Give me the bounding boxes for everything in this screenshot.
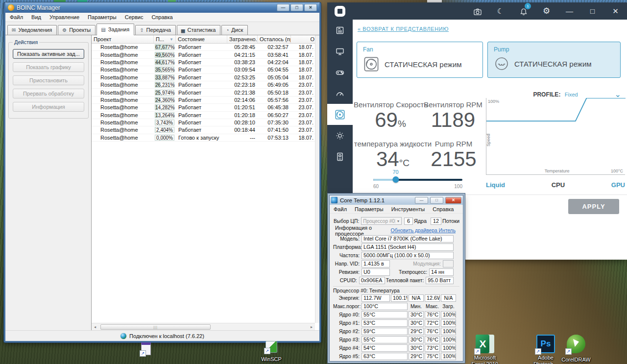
boinc-tab[interactable]: ⇧ Передача xyxy=(135,25,176,35)
menu-item[interactable]: Инструменты xyxy=(391,206,425,212)
slider-handle[interactable] xyxy=(392,176,399,183)
table-row[interactable]: Rosetta@home 35,565% Работает 03:09:54 0… xyxy=(92,66,319,73)
table-row[interactable]: Rosetta@home 49,560% Работает 04:21:15 0… xyxy=(92,51,319,58)
menu-item[interactable]: Параметры xyxy=(355,206,384,212)
table-row[interactable]: Rosetta@home 3,743% Работает 00:28:10 07… xyxy=(92,119,319,126)
cpuid-label: CPUID: xyxy=(333,278,359,283)
action-button[interactable]: Показать графику xyxy=(13,62,84,72)
update-drivers-link[interactable]: Обновить драйвера Интель xyxy=(390,228,456,233)
tab-gpu[interactable]: GPU xyxy=(611,181,625,189)
sidebar-item-games[interactable] xyxy=(327,62,353,83)
menu-item[interactable]: Вид xyxy=(31,14,41,20)
table-row[interactable]: Rosetta@home 33,887% Работает 02:53:25 0… xyxy=(92,74,319,81)
night-mode-moon-icon[interactable]: ☾ xyxy=(489,7,512,16)
nzxt-logo-icon xyxy=(335,6,345,17)
boinc-titlebar[interactable]: BOINC Manager — □ ✕ xyxy=(5,2,319,13)
action-button[interactable]: Показать активные зад... xyxy=(13,49,84,59)
back-to-overview-link[interactable]: « ВОЗВРАТ К ПРЕДСТАВЛЕНИЮ xyxy=(358,26,449,32)
sidebar-item-pc-monitoring[interactable] xyxy=(327,41,353,62)
boinc-task-table: Проект П... ▼ Состояние Затрачено... Ост… xyxy=(91,35,319,330)
frequency-value: 5000.00МГц (100.00 x 50.0) xyxy=(362,252,454,259)
scroll-right-icon[interactable]: ▸ xyxy=(308,325,315,329)
menu-item[interactable]: Параметры xyxy=(88,14,117,20)
fan-curve-chart[interactable]: 100% Speed Temperature 100°C xyxy=(486,98,625,175)
desktop-icon-coreldraw[interactable]: ↗ CorelDRAW X6 (64-Bit) xyxy=(558,335,594,364)
action-button[interactable]: Приостановить xyxy=(13,75,84,85)
desktop-icon-document[interactable]: ↗ xyxy=(128,342,164,357)
menu-item[interactable]: Файл xyxy=(10,14,23,20)
menu-item[interactable]: Файл xyxy=(334,206,347,212)
settings-gear-icon[interactable]: ⚙ xyxy=(535,6,558,16)
sidebar-item-case[interactable] xyxy=(327,146,353,167)
minimize-button[interactable]: — xyxy=(558,7,581,15)
table-row[interactable]: Rosetta@home 0,000% Готово к запуску ---… xyxy=(92,134,319,142)
maximize-button[interactable]: □ xyxy=(581,7,604,15)
cell-remaining: 05:50:18 xyxy=(258,90,291,96)
slider-min-label: 60 xyxy=(373,184,379,189)
table-row[interactable]: Rosetta@home 26,231% Работает 02:23:18 0… xyxy=(92,81,319,89)
scroll-left-icon[interactable]: ◂ xyxy=(92,325,98,329)
menu-item[interactable]: Сервис xyxy=(125,14,144,20)
cell-state: Готово к запуску xyxy=(176,135,227,141)
close-button[interactable]: ✕ xyxy=(304,4,317,11)
table-header-row[interactable]: Проект П... ▼ Состояние Затрачено... Ост… xyxy=(92,35,319,44)
boinc-tab[interactable]: ▅ Статистика xyxy=(177,25,220,35)
progress-value: 13,264% xyxy=(155,113,174,118)
temperature-section-title: Процессор #0: Тенпература xyxy=(333,286,459,294)
cpu-select-dropdown[interactable]: Процессор #0 ▾ xyxy=(361,217,402,225)
vertical-scrollbar[interactable] xyxy=(315,35,319,323)
boinc-tab[interactable]: ◔ Диск xyxy=(221,25,248,35)
horizontal-scrollbar[interactable]: ◂ ||| ▸ xyxy=(92,323,315,330)
cam-titlebar[interactable]: ☾ 1 ⚙ — □ ✕ xyxy=(327,2,627,20)
boinc-tab[interactable]: ▤ Задания xyxy=(96,24,134,35)
profile-selector[interactable]: PROFILE: Fixed ⌄ xyxy=(486,91,625,98)
boinc-tab[interactable]: ✉ Уведомления xyxy=(7,25,57,35)
table-row[interactable]: Rosetta@home 2,404% Работает 00:18:44 07… xyxy=(92,126,319,134)
close-button[interactable]: ✕ xyxy=(445,197,461,204)
cpu-info-label: Информация о процессоре xyxy=(333,225,390,237)
maximize-button[interactable]: □ xyxy=(430,197,443,204)
sidebar-item-specs[interactable] xyxy=(327,83,353,104)
close-button[interactable]: ✕ xyxy=(604,7,627,16)
fan-speed-slider[interactable]: 70 60 100 xyxy=(373,169,462,190)
minimize-button[interactable]: — xyxy=(415,197,428,204)
tab-liquid[interactable]: Liquid xyxy=(486,181,505,189)
minimize-button[interactable]: — xyxy=(277,4,289,11)
sidebar-item-lighting[interactable] xyxy=(327,125,353,146)
cores-count: 6 xyxy=(404,218,413,225)
scrollbar-thumb[interactable]: ||| xyxy=(100,324,211,330)
menu-item[interactable]: Справка xyxy=(433,206,454,212)
maximize-button[interactable]: □ xyxy=(290,4,303,11)
coretemp-window-title: Core Temp 1.12.1 xyxy=(340,197,385,203)
table-row[interactable]: Rosetta@home 67,677% Работает 05:28:45 0… xyxy=(92,44,319,51)
table-row[interactable]: Rosetta@home 25,974% Работает 02:21:38 0… xyxy=(92,89,319,96)
table-row[interactable]: Rosetta@home 44,617% Работает 03:38:23 0… xyxy=(92,59,319,66)
progress-bar: 49,560% xyxy=(155,52,174,58)
coretemp-titlebar[interactable]: Core Temp 1.12.1 — □ ✕ xyxy=(330,195,463,205)
desktop-icon-excel[interactable]: X ↗ Microsoft Excel 2010 xyxy=(467,335,503,364)
tab-cpu[interactable]: CPU xyxy=(552,181,565,189)
cell-elapsed: 02:23:18 xyxy=(227,82,258,88)
sidebar-item-cooling[interactable] xyxy=(327,104,353,125)
cell-remaining: 07:35:30 xyxy=(258,120,291,125)
screenshot-camera-icon[interactable] xyxy=(466,6,489,15)
table-row[interactable]: Rosetta@home 13,264% Работает 01:20:18 0… xyxy=(92,112,319,119)
menu-item[interactable]: Управление xyxy=(49,14,79,20)
cell-deadline: 18.07. xyxy=(291,44,317,50)
boinc-tab[interactable]: ⚙ Проекты xyxy=(58,25,96,35)
chart-source-tabs: Liquid CPU GPU xyxy=(486,181,625,189)
table-row[interactable]: Rosetta@home 24,360% Работает 02:14:06 0… xyxy=(92,97,319,104)
notifications-bell-icon[interactable]: 1 xyxy=(512,6,535,15)
pump-mode-card[interactable]: Pump СТАТИЧЕСКАЯ режим xyxy=(487,42,621,78)
menu-item[interactable]: Справка xyxy=(151,14,172,20)
apply-button[interactable]: APPLY xyxy=(568,199,619,214)
core-temp-rows: Ядро #0: 55°C 30°C 76°C 100% Ядро #1: 53… xyxy=(333,311,459,361)
fan-mode-card[interactable]: Fan СТАТИЧЕСКАЯ режим xyxy=(357,42,483,78)
cell-elapsed: 00:28:10 xyxy=(227,120,258,125)
action-button[interactable]: Прервать обработку xyxy=(13,89,84,98)
sidebar-item-dashboard[interactable] xyxy=(327,20,353,41)
action-button[interactable]: Информация xyxy=(13,102,84,112)
desktop-icon-winscp[interactable]: ↗ WinSCP xyxy=(254,341,289,363)
table-row[interactable]: Rosetta@home 14,282% Работает 01:20:51 0… xyxy=(92,104,319,111)
core-min: 29°C xyxy=(409,353,424,360)
